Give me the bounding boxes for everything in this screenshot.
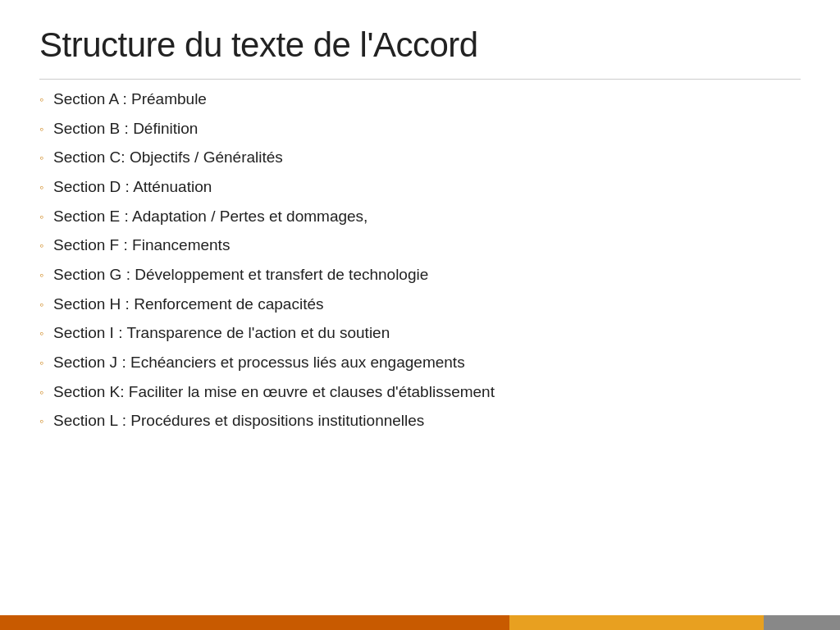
sections-list: ◦Section A : Préambule◦Section B : Défin… <box>39 84 801 436</box>
section-item-b: ◦Section B : Définition <box>39 114 801 144</box>
section-item-c: ◦Section C: Objectifs / Généralités <box>39 143 801 172</box>
bullet-a: ◦ <box>39 92 43 107</box>
section-text-c: Section C: Objectifs / Généralités <box>53 147 283 168</box>
bullet-c: ◦ <box>39 150 43 166</box>
slide-content: Structure du texte de l'Accord ◦Section … <box>0 0 840 615</box>
section-item-l: ◦Section L : Procédures et dispositions … <box>39 406 801 436</box>
section-text-l: Section L : Procédures et dispositions i… <box>53 410 424 431</box>
slide-title: Structure du texte de l'Accord <box>39 26 801 64</box>
section-text-j: Section J : Echéanciers et processus lié… <box>53 352 465 373</box>
section-text-a: Section A : Préambule <box>53 89 207 110</box>
section-text-e: Section E : Adaptation / Pertes et domma… <box>53 206 368 227</box>
bullet-g: ◦ <box>39 267 43 283</box>
section-item-h: ◦Section H : Renforcement de capacités <box>39 290 801 319</box>
section-text-b: Section B : Définition <box>53 118 198 139</box>
bullet-j: ◦ <box>39 355 43 371</box>
divider <box>39 79 801 80</box>
bullet-e: ◦ <box>39 209 43 225</box>
section-text-i: Section I : Transparence de l'action et … <box>53 322 390 344</box>
bullet-h: ◦ <box>39 297 43 313</box>
section-item-k: ◦Section K: Faciliter la mise en œuvre e… <box>39 377 801 407</box>
bullet-i: ◦ <box>39 326 43 341</box>
section-text-g: Section G : Développement et transfert d… <box>53 264 428 285</box>
section-text-h: Section H : Renforcement de capacités <box>53 294 324 315</box>
section-item-f: ◦Section F : Financements <box>39 231 801 260</box>
section-text-k: Section K: Faciliter la mise en œuvre et… <box>53 381 495 403</box>
section-item-d: ◦Section D : Atténuation <box>39 172 801 202</box>
section-item-i: ◦Section I : Transparence de l'action et… <box>39 318 801 348</box>
footer-gray <box>764 615 840 630</box>
footer-dark-orange <box>0 615 509 630</box>
bullet-f: ◦ <box>39 238 43 253</box>
section-item-a: ◦Section A : Préambule <box>39 84 801 114</box>
section-item-e: ◦Section E : Adaptation / Pertes et domm… <box>39 202 801 231</box>
footer-bar <box>0 615 840 630</box>
section-text-f: Section F : Financements <box>53 235 230 256</box>
section-item-g: ◦Section G : Développement et transfert … <box>39 260 801 290</box>
bullet-b: ◦ <box>39 121 43 137</box>
bullet-k: ◦ <box>39 385 43 400</box>
bullet-l: ◦ <box>39 413 43 429</box>
section-text-d: Section D : Atténuation <box>53 176 212 198</box>
footer-light-orange <box>509 615 764 630</box>
section-item-j: ◦Section J : Echéanciers et processus li… <box>39 348 801 377</box>
bullet-d: ◦ <box>39 180 43 195</box>
